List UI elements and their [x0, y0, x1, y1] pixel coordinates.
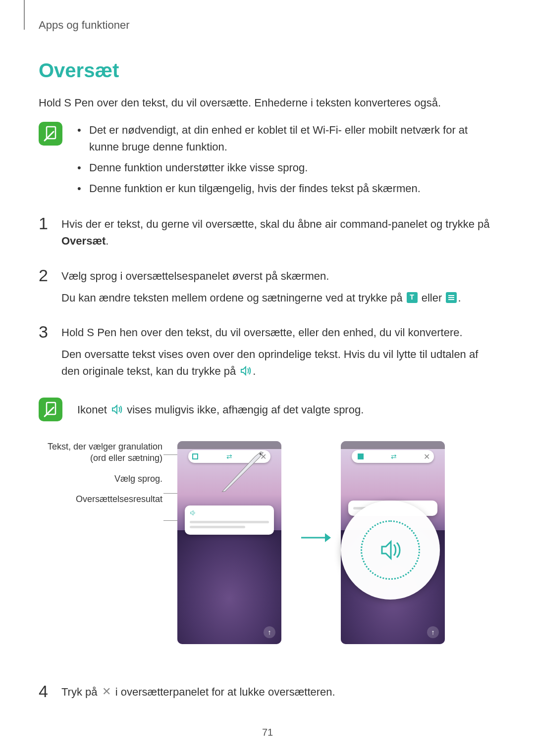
step-number: 4: [39, 683, 52, 700]
figure: Tekst, der vælger granulation (ord eller…: [39, 441, 499, 664]
scroll-up-icon: ↑: [264, 626, 275, 638]
page-number: 71: [0, 727, 535, 738]
swap-icon: ⇄: [391, 453, 397, 460]
note-item: Denne funktion understøtter ikke visse s…: [77, 159, 499, 176]
scroll-up-icon: ↑: [427, 626, 439, 638]
step-number: 1: [39, 215, 52, 232]
arrow-right-icon: [301, 530, 331, 547]
note-block: Det er nødvendigt, at din enhed er koble…: [39, 122, 499, 201]
intro-text: Hold S Pen over den tekst, du vil oversæ…: [39, 95, 499, 111]
step-text: Du kan ændre teksten mellem ordene og sæ…: [61, 292, 406, 304]
sentence-mode-icon: [446, 292, 457, 303]
step-number: 3: [39, 323, 52, 340]
step-1: 1 Hvis der er tekst, du gerne vil oversæ…: [39, 216, 499, 254]
callout-granulation: Tekst, der vælger granulation (ord eller…: [39, 441, 162, 464]
close-icon: ✕: [424, 452, 430, 461]
close-icon: ✕: [102, 686, 111, 697]
step-number: 2: [39, 267, 52, 284]
note-icon: [39, 398, 62, 421]
step-4: 4 Tryk på ✕ i oversætterpanelet for at l…: [39, 684, 499, 706]
page-title: Oversæt: [39, 59, 499, 82]
step-text: Vælg sprog i oversættelsespanelet øverst…: [61, 268, 461, 285]
callout-translation-result: Oversættelsesresultat: [39, 494, 162, 505]
translator-panel: ⇄ ✕: [352, 450, 434, 463]
note-text: vises muligvis ikke, afhængig af det val…: [124, 403, 364, 416]
note-block-2: Ikonet vises muligvis ikke, afhængig af …: [39, 398, 499, 421]
step-bold: Oversæt: [61, 235, 106, 247]
speaker-icon: [190, 509, 197, 516]
note-text: Ikonet: [77, 403, 110, 416]
step-text: .: [458, 292, 461, 304]
note-item: Denne funktion er kun tilgængelig, hvis …: [77, 180, 499, 197]
step-text: eller: [419, 292, 445, 304]
step-text: Tryk på: [61, 686, 101, 698]
note-icon: [39, 122, 62, 146]
speaker-icon: [240, 366, 252, 376]
step-text: i oversætterpanelet for at lukke oversæt…: [112, 686, 335, 698]
step-3: 3 Hold S Pen hen over den tekst, du vil …: [39, 324, 499, 385]
screenshot-left: ⇄ ✕ ↑: [177, 441, 281, 644]
step-text: Den oversatte tekst vises oven over den …: [61, 348, 478, 377]
step-text: .: [253, 365, 256, 377]
step-2: 2 Vælg sprog i oversættelsespanelet øver…: [39, 268, 499, 311]
note-list: Det er nødvendigt, at din enhed er koble…: [77, 122, 499, 201]
breadcrumb: Apps og funktioner: [39, 19, 499, 32]
speaker-icon: [378, 538, 403, 562]
callout-select-language: Vælg sprog.: [39, 473, 162, 485]
speaker-icon: [111, 404, 123, 414]
text-mode-icon: T: [407, 292, 418, 303]
zoom-lens: [341, 501, 440, 600]
note-item: Det er nødvendigt, at din enhed er koble…: [77, 122, 499, 155]
step-text: .: [106, 235, 108, 247]
swap-icon: ⇄: [226, 453, 232, 460]
step-text: Hvis der er tekst, du gerne vil oversætt…: [61, 218, 490, 230]
translation-popup: [185, 505, 274, 535]
step-text: Hold S Pen hen over den tekst, du vil ov…: [61, 324, 499, 341]
